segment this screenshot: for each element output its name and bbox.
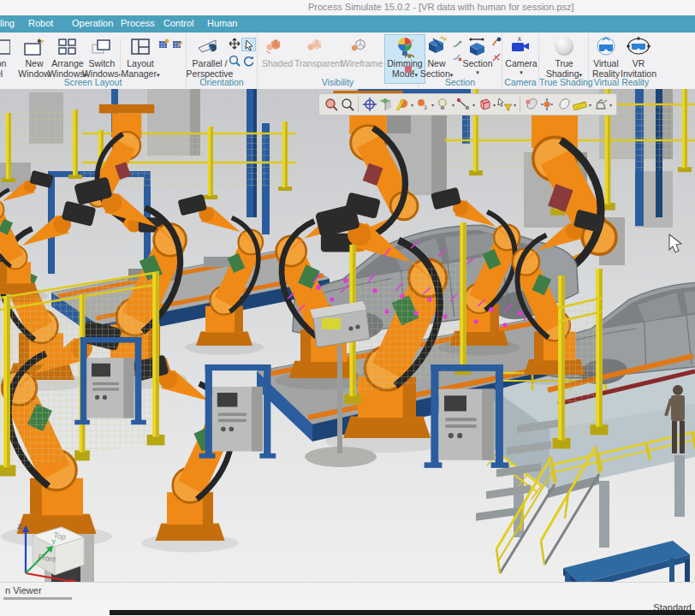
vr-headset-icon [594, 35, 618, 59]
menu-operation[interactable]: Operation [72, 18, 113, 28]
switch-windows-icon [90, 35, 114, 59]
ribbon-group-section: New Section▾ Section ▾ Section [419, 33, 502, 88]
layout-manager-button[interactable]: Layout Manager▾ [122, 34, 158, 80]
section-icon [466, 35, 490, 59]
section-button[interactable]: Section ▾ [463, 34, 492, 76]
arrange-windows-icon [56, 35, 79, 59]
ribbon-group-visibility: Shaded Transparent Wireframe Dimming Mod… [258, 33, 419, 88]
grid-edit-icon[interactable] [171, 38, 184, 50]
menu-human[interactable]: Human [207, 18, 237, 28]
menu-control[interactable]: Control [163, 18, 193, 28]
wireframe-icon [349, 35, 375, 59]
true-shading-button[interactable]: True Shading▾ [543, 34, 585, 80]
robot-path-icon[interactable] [490, 51, 502, 63]
new-window-button[interactable]: New Window [17, 34, 51, 80]
grab-object-icon[interactable] [523, 97, 539, 113]
layout-manager-icon [128, 35, 152, 59]
display-options-icon[interactable] [403, 50, 416, 62]
switch-windows-button[interactable]: Switch Windows▾ [84, 34, 120, 80]
vr-invitation-button[interactable]: VR Invitation [621, 34, 656, 80]
center-view-icon[interactable] [361, 97, 377, 113]
axis-y-label: Y [51, 538, 56, 546]
pan-icon[interactable] [228, 38, 241, 50]
menu-process[interactable]: Process [121, 18, 155, 28]
ribbon-group-virtual-reality: Virtual Reality VR Invitation Virtual Re… [589, 33, 654, 88]
tab-viewer[interactable]: n Viewer [5, 585, 42, 595]
robot-jog-icon[interactable] [490, 36, 502, 48]
pick-mode-icon[interactable] [555, 97, 572, 113]
menu-bar: ling Robot Operation Process Control Hum… [0, 15, 695, 33]
axis-z-label: Z [17, 523, 21, 530]
markup-pen-icon[interactable] [394, 97, 410, 113]
view-cube-icon[interactable] [377, 97, 394, 113]
select-cursor-icon[interactable] [241, 38, 256, 51]
parallel-perspective-button[interactable]: Parallel / Perspective [190, 34, 229, 80]
virtual-reality-button[interactable]: Virtual Reality [589, 34, 623, 80]
display-style-icon[interactable] [414, 97, 431, 113]
section-box-icon[interactable] [476, 97, 492, 113]
tab-indicator [3, 597, 72, 600]
true-shading-icon [552, 35, 576, 59]
new-section-icon [425, 35, 448, 59]
camera-icon [508, 35, 534, 59]
camera-button[interactable]: Camera ▾ [503, 34, 539, 76]
arrange-windows-button[interactable]: Arrange Windows▾ [50, 34, 86, 80]
ghost-mode-icon[interactable] [403, 36, 416, 48]
zoom-tool-icon[interactable] [228, 55, 241, 67]
select-filter-icon[interactable] [496, 97, 513, 113]
transparent-icon [306, 35, 331, 59]
visibility-bulb-icon[interactable] [435, 97, 451, 113]
factory-scene: Top Front Z X Y [0, 89, 695, 582]
shaded-button[interactable]: Shaded [258, 34, 296, 70]
process-simulate-window: Process Simulate 15.0.2 - [VR data with … [0, 0, 695, 616]
menu-robot[interactable]: Robot [28, 18, 53, 28]
measure-ruler-icon[interactable] [572, 97, 588, 113]
ribbon: tion el New Window Arrange Windows▾ Swit… [0, 33, 695, 90]
rotate-view-icon[interactable] [241, 55, 254, 67]
menu-modeling-partial[interactable]: ling [0, 18, 15, 28]
viewport-toolbar: ▾ ▾ ▾ ▾ ▾ ▾ ▾ ▾ [318, 93, 617, 116]
wireframe-button[interactable]: Wireframe [341, 34, 383, 70]
vr-invitation-icon [626, 35, 651, 59]
title-bar: Process Simulate 15.0.2 - [VR data with … [0, 0, 695, 15]
ribbon-group-screen-layout: tion el New Window Arrange Windows▾ Swit… [0, 33, 187, 88]
parallel-perspective-icon [197, 35, 223, 59]
zoom-in-icon[interactable] [323, 97, 339, 113]
bottom-black-bar [110, 610, 695, 615]
panel-icon [0, 35, 10, 59]
ribbon-group-camera: Camera ▾ Camera [502, 33, 539, 88]
transparent-button[interactable]: Transparent [294, 34, 342, 70]
new-window-icon [22, 35, 46, 59]
grid-snapshot-icon[interactable] [157, 38, 170, 50]
shaded-icon [264, 35, 290, 59]
new-section-button[interactable]: New Section▾ [420, 34, 453, 80]
zoom-out-icon[interactable] [339, 97, 355, 113]
window-title: Process Simulate 15.0.2 - [VR data with … [308, 2, 574, 12]
move-object-icon[interactable] [539, 97, 555, 113]
point-measure-icon[interactable] [455, 97, 472, 113]
viewer-tab-bar: n Viewer [0, 582, 695, 601]
viewer-settings-icon[interactable] [403, 63, 416, 75]
section-flip-icon[interactable] [451, 38, 464, 50]
ribbon-group-orientation: Parallel / Perspective Orientation [187, 33, 258, 88]
graphic-viewer-3d-viewport[interactable]: Top Front Z X Y ▾ ▾ [0, 89, 695, 582]
ribbon-group-true-shading: True Shading▾ True Shading [539, 33, 589, 88]
pour-analysis-icon[interactable] [592, 97, 609, 113]
